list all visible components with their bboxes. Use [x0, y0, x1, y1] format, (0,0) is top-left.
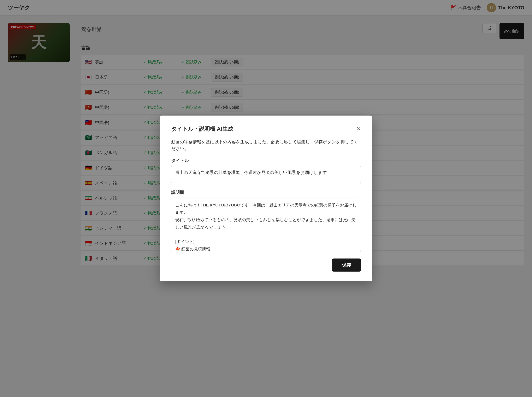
title-label: タイトル [171, 158, 361, 164]
ai-generate-modal: タイトル・説明欄 AI生成 ✕ 動画の字幕情報を基に以下の内容を生成しました。必… [160, 116, 372, 281]
modal-header: タイトル・説明欄 AI生成 ✕ [171, 125, 361, 133]
modal-description: 動画の字幕情報を基に以下の内容を生成しました。必要に応じて編集し、保存ボタンを押… [171, 138, 361, 152]
modal-title: タイトル・説明欄 AI生成 [171, 125, 233, 133]
save-button[interactable]: 保存 [332, 259, 361, 272]
title-input[interactable] [171, 166, 361, 183]
modal-close-button[interactable]: ✕ [356, 126, 361, 132]
desc-label: 説明欄 [171, 190, 361, 195]
modal-footer: 保存 [171, 259, 361, 272]
description-textarea[interactable] [171, 198, 361, 252]
